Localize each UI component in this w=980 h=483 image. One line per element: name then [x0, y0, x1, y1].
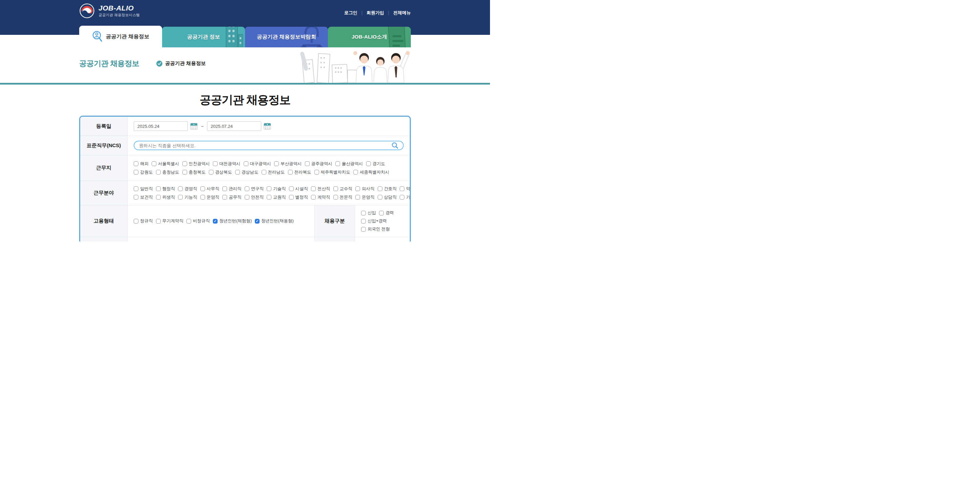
- checkbox-icon: [378, 195, 382, 200]
- logo[interactable]: JOB-ALIO 공공기관 채용정보시스템: [79, 3, 140, 19]
- checkbox-label: 경영직: [185, 186, 197, 192]
- checkbox-option[interactable]: 제주특별자치도: [314, 170, 351, 175]
- checkbox-option[interactable]: 대구광역시: [243, 161, 271, 167]
- calendar-icon[interactable]: [264, 122, 271, 130]
- checkbox-option[interactable]: 비정규직: [186, 218, 210, 224]
- checkbox-icon: [361, 211, 366, 216]
- checkbox-label: 학력무관: [140, 241, 157, 242]
- checkbox-option[interactable]: 울산광역시: [335, 161, 363, 167]
- education-options: 학력무관중졸이하고졸대졸(2,3년)대졸(4년)석사박사: [134, 241, 296, 242]
- checkbox-option[interactable]: 행정직: [156, 186, 175, 192]
- checkbox-option[interactable]: 전라남도: [262, 170, 285, 175]
- checkbox-option[interactable]: 학력무관: [134, 241, 157, 242]
- radio-option[interactable]: 조합(OR): [391, 241, 410, 242]
- checkbox-icon: [182, 161, 187, 166]
- checkbox-option[interactable]: 상담직: [378, 194, 397, 200]
- checkbox-option[interactable]: 고졸: [186, 241, 201, 242]
- checkbox-option[interactable]: 운영직: [200, 194, 220, 200]
- checkbox-option[interactable]: 전라북도: [288, 170, 311, 175]
- header-link-signup[interactable]: 회원가입: [366, 10, 384, 16]
- checkbox-option[interactable]: 관리직: [222, 186, 242, 192]
- checkbox-option[interactable]: 보건직: [134, 194, 153, 200]
- checkbox-option[interactable]: 충청남도: [156, 170, 179, 175]
- checkbox-icon: [274, 161, 279, 166]
- calendar-icon[interactable]: [190, 122, 197, 130]
- checkbox-option[interactable]: 인천광역시: [182, 161, 210, 167]
- checkbox-option[interactable]: 전산직: [311, 186, 330, 192]
- checkbox-option[interactable]: 부산광역시: [274, 161, 302, 167]
- checkbox-icon: [289, 195, 294, 200]
- checkbox-option[interactable]: 중졸이하: [160, 241, 183, 242]
- checkbox-option[interactable]: 기술직: [267, 186, 286, 192]
- checkbox-option[interactable]: 대졸(4년): [235, 241, 259, 242]
- checkbox-icon: [378, 186, 382, 191]
- date-from-input[interactable]: [134, 121, 188, 131]
- date-to-input[interactable]: [207, 121, 261, 131]
- work-field-line1: 일반직행정직경영직사무직관리직연구직기술직시설직전산직교수직의사직간호직약무직: [134, 186, 404, 192]
- checkbox-option[interactable]: 안전직: [245, 194, 264, 200]
- checkbox-option[interactable]: 계약직: [311, 194, 330, 200]
- checkbox-icon: [379, 211, 384, 216]
- checkbox-option[interactable]: 서울특별시: [151, 161, 179, 167]
- checkbox-option[interactable]: 운영직: [355, 194, 375, 200]
- checkbox-option[interactable]: 세종특별자치시: [353, 170, 390, 175]
- checkbox-option[interactable]: 정규직: [134, 218, 153, 224]
- checkbox-option[interactable]: 충청북도: [182, 170, 206, 175]
- checkbox-option[interactable]: 간호직: [378, 186, 397, 192]
- filter-row-education: 학력정보 학력무관중졸이하고졸대졸(2,3년)대졸(4년)석사박사 단일(AND…: [80, 237, 410, 242]
- checkbox-option[interactable]: 위생직: [156, 194, 175, 200]
- checkbox-label: 인천광역시: [189, 161, 210, 167]
- tab-label: 공공기관 채용정보박람회: [257, 33, 316, 41]
- header-link-sitemap[interactable]: 전체메뉴: [393, 10, 411, 16]
- checkbox-option[interactable]: 기능직: [178, 194, 197, 200]
- checkbox-option[interactable]: 경영직: [178, 186, 197, 192]
- checkbox-icon: [333, 186, 338, 191]
- radio-option[interactable]: 단일(AND): [361, 241, 388, 242]
- checkbox-option[interactable]: 전문직: [333, 194, 353, 200]
- checkbox-option[interactable]: 대졸(2,3년): [204, 241, 232, 242]
- tab-job-fair[interactable]: 공공기관 채용정보박람회: [245, 27, 328, 48]
- ncs-search-input[interactable]: [139, 143, 391, 148]
- checkbox-option[interactable]: 광주광역시: [305, 161, 332, 167]
- checkbox-option[interactable]: 외국인 전형: [361, 226, 390, 232]
- education-logic-options: 단일(AND)조합(OR): [361, 241, 410, 242]
- checkbox-option[interactable]: 박사: [280, 241, 296, 242]
- header-link-login[interactable]: 로그인: [344, 10, 357, 16]
- checkbox-option[interactable]: 기타: [400, 194, 410, 200]
- tab-recruit-info[interactable]: 공공기관 채용정보: [79, 26, 162, 48]
- tab-institution-info[interactable]: 공공기관 정보: [162, 27, 245, 48]
- checkbox-label: 계약직: [317, 194, 330, 200]
- checkbox-option[interactable]: ✓청년인턴(체험형): [213, 218, 252, 224]
- checkbox-option[interactable]: 경기도: [366, 161, 385, 167]
- checkbox-option[interactable]: 대전광역시: [213, 161, 240, 167]
- checkbox-option[interactable]: 무기계약직: [156, 218, 184, 224]
- work-location-line2: 강원도충청남도충청북도경상북도경상남도전라남도전라북도제주특별자치도세종특별자치…: [134, 170, 404, 175]
- checkbox-label: 무기계약직: [162, 218, 184, 224]
- checkbox-option[interactable]: 경상북도: [209, 170, 232, 175]
- checkbox-option[interactable]: 신입: [361, 210, 376, 216]
- breadcrumb-band: 공공기관 채용정보 공공기관 채용정보: [0, 48, 490, 83]
- checkbox-option[interactable]: 의사직: [355, 186, 375, 192]
- checkbox-icon: [178, 186, 183, 191]
- checkbox-option[interactable]: 강원도: [134, 170, 153, 175]
- checkbox-option[interactable]: 공무직: [222, 194, 242, 200]
- checkbox-option[interactable]: 경력: [379, 210, 394, 216]
- checkbox-option[interactable]: 경상남도: [235, 170, 259, 175]
- checkbox-option[interactable]: 사무직: [200, 186, 220, 192]
- checkbox-option[interactable]: 교원직: [267, 194, 286, 200]
- checkbox-option[interactable]: 석사: [262, 241, 277, 242]
- checkbox-option[interactable]: 일반직: [134, 186, 153, 192]
- checkbox-option[interactable]: 해외: [134, 161, 148, 167]
- checkbox-icon: [311, 195, 316, 200]
- tab-jobalio-intro[interactable]: JOB-ALIO소개: [328, 27, 411, 48]
- checkbox-option[interactable]: 약무직: [400, 186, 410, 192]
- checkbox-option[interactable]: 연구직: [245, 186, 264, 192]
- checkbox-option[interactable]: 별정직: [289, 194, 308, 200]
- checkbox-option[interactable]: 시설직: [289, 186, 308, 192]
- checkbox-option[interactable]: 교수직: [333, 186, 353, 192]
- checkbox-label: 전라북도: [294, 170, 311, 175]
- checkbox-option[interactable]: 신입+경력: [361, 218, 387, 224]
- search-icon[interactable]: [391, 142, 398, 149]
- breadcrumb: 공공기관 채용정보: [156, 60, 206, 67]
- checkbox-option[interactable]: ✓청년인턴(채용형): [255, 218, 294, 224]
